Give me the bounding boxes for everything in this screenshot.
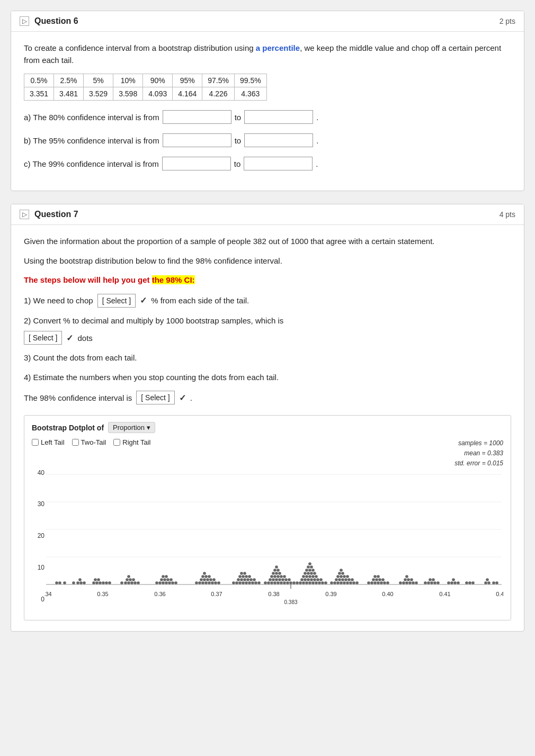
svg-point-133	[307, 572, 310, 575]
svg-point-102	[280, 575, 283, 578]
left-tail-checkbox[interactable]	[32, 439, 39, 446]
dotplot-svg-wrapper: 0.34 0.35 0.36 0.37 0.38 0.383 0.39 0.40…	[44, 469, 503, 614]
svg-point-18	[94, 578, 97, 581]
checkbox-right-tail[interactable]: Right Tail	[113, 438, 150, 446]
collapse-icon-q6[interactable]: ▷	[20, 16, 29, 26]
svg-point-122	[307, 578, 310, 581]
q7-step2-container: 2) Convert % to decimal and multiply by …	[24, 315, 511, 345]
ci-b-to-input[interactable]	[244, 133, 313, 147]
svg-point-87	[280, 581, 283, 584]
ci-a-from-input[interactable]	[163, 110, 231, 124]
q7-step2-select[interactable]: [ Select ]	[24, 331, 62, 345]
svg-point-79	[248, 575, 251, 578]
collapse-icon-q7[interactable]: ▷	[20, 210, 29, 219]
ci-b-period: .	[316, 136, 318, 145]
svg-point-132	[304, 572, 307, 575]
checkbox-left-tail[interactable]: Left Tail	[32, 438, 65, 446]
q7-step5-checkmark: ✓	[179, 393, 186, 403]
svg-point-83	[267, 581, 270, 584]
svg-point-62	[235, 581, 238, 584]
svg-point-34	[165, 581, 168, 584]
svg-point-147	[346, 581, 349, 584]
ci-c-to-input[interactable]	[244, 157, 313, 170]
q7-step1-select[interactable]: [ Select ]	[97, 294, 136, 308]
svg-point-27	[126, 578, 129, 581]
dots-group	[55, 562, 498, 584]
q7-step1-row: 1) We need to chop [ Select ] ✓ % from e…	[24, 294, 511, 308]
svg-point-53	[203, 578, 206, 581]
question-6-title: Question 6	[34, 16, 78, 26]
svg-point-189	[430, 581, 433, 584]
svg-point-117	[318, 581, 321, 584]
svg-point-71	[240, 578, 243, 581]
question-6-card: ▷ Question 6 2 pts To create a confidenc…	[11, 11, 524, 191]
q7-step2-row: [ Select ] ✓ dots	[24, 331, 511, 345]
q6-val-4: 4.093	[143, 87, 173, 101]
dotplot-prop-tag[interactable]: Proportion ▾	[108, 422, 155, 433]
svg-point-186	[405, 575, 408, 578]
svg-point-65	[245, 581, 248, 584]
svg-point-101	[277, 575, 280, 578]
two-tail-checkbox[interactable]	[72, 439, 79, 446]
svg-point-17	[102, 581, 105, 584]
svg-point-24	[130, 581, 133, 584]
q6-col-1: 2.5%	[54, 74, 84, 87]
question-6-body: To create a confidence interval from a b…	[11, 32, 524, 191]
svg-point-109	[275, 565, 278, 569]
svg-point-170	[386, 581, 389, 584]
y-label-40: 40	[32, 469, 44, 476]
ci-a-row: a) The 80% confidence interval is from t…	[24, 110, 511, 124]
svg-text:0.41: 0.41	[439, 591, 450, 597]
svg-text:0.38: 0.38	[268, 591, 279, 597]
checkbox-two-tail[interactable]: Two-Tail	[72, 438, 106, 446]
q7-steps-highlight: the 98% CI:	[152, 275, 195, 284]
right-tail-label: Right Tail	[122, 438, 150, 446]
svg-point-31	[120, 581, 123, 584]
svg-point-152	[338, 578, 341, 581]
svg-text:0.383: 0.383	[284, 599, 297, 605]
svg-point-43	[165, 575, 168, 578]
q6-desc-highlight: a percentile	[256, 43, 300, 52]
svg-point-159	[343, 575, 346, 578]
svg-point-138	[311, 569, 315, 572]
svg-point-64	[242, 581, 245, 584]
svg-point-15	[95, 581, 99, 584]
svg-point-199	[447, 581, 450, 584]
svg-point-55	[209, 578, 212, 581]
svg-point-183	[404, 578, 407, 581]
ci-c-from-input[interactable]	[162, 157, 231, 170]
svg-point-182	[415, 581, 418, 584]
svg-point-51	[217, 581, 220, 584]
svg-point-120	[300, 578, 304, 581]
svg-point-41	[170, 578, 173, 581]
svg-point-203	[484, 581, 487, 584]
svg-text:0.42: 0.42	[496, 591, 503, 597]
svg-point-125	[316, 578, 319, 581]
svg-point-205	[492, 581, 495, 584]
q6-col-0: 0.5%	[24, 74, 54, 87]
svg-point-166	[373, 581, 377, 584]
ci-b-from-input[interactable]	[163, 133, 231, 147]
svg-point-177	[367, 581, 370, 584]
q7-step5-select[interactable]: [ Select ]	[136, 391, 174, 404]
svg-point-89	[286, 581, 289, 584]
svg-point-128	[305, 575, 308, 578]
right-tail-checkbox[interactable]	[113, 439, 120, 446]
svg-point-60	[203, 572, 206, 575]
svg-point-137	[308, 569, 311, 572]
q7-step5-suffix: .	[190, 393, 192, 402]
svg-point-165	[370, 581, 373, 584]
svg-point-107	[273, 569, 277, 572]
svg-point-12	[78, 578, 82, 581]
svg-point-149	[352, 581, 355, 584]
ci-a-to-input[interactable]	[244, 110, 313, 124]
svg-point-179	[405, 581, 408, 584]
q6-col-3: 10%	[113, 74, 143, 87]
svg-point-88	[283, 581, 286, 584]
q6-val-1: 3.481	[54, 87, 84, 101]
left-tail-label: Left Tail	[41, 438, 65, 446]
dotplot-title: Bootstrap Dotplot of	[32, 424, 104, 432]
svg-point-202	[465, 581, 468, 584]
svg-point-206	[495, 581, 498, 584]
q7-step3: 3) Count the dots from each tail.	[24, 352, 511, 364]
